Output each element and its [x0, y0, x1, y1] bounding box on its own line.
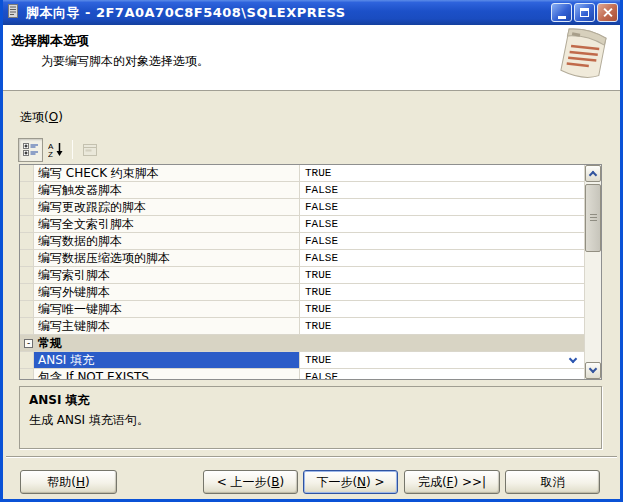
row-indent: [20, 352, 34, 368]
finish-button[interactable]: 完成(F) >>|: [404, 470, 500, 494]
property-name[interactable]: 编写数据的脚本: [34, 233, 300, 249]
property-value[interactable]: FALSE: [300, 233, 584, 249]
minimize-button[interactable]: [551, 3, 572, 22]
categorized-view-icon[interactable]: [18, 138, 43, 162]
property-value[interactable]: TRUE: [300, 165, 584, 181]
options-label: 选项(O): [20, 109, 63, 126]
property-value[interactable]: FALSE: [300, 216, 584, 232]
property-name[interactable]: 包含 If NOT EXISTS: [34, 369, 300, 379]
property-value[interactable]: TRUE: [300, 352, 584, 368]
help-button[interactable]: 帮助(H): [20, 470, 117, 494]
grid-row[interactable]: 编写数据压缩选项的脚本FALSE: [20, 250, 584, 267]
row-indent: [20, 182, 34, 198]
property-value[interactable]: TRUE: [300, 284, 584, 300]
property-name[interactable]: 编写唯一键脚本: [34, 301, 300, 317]
row-indent: [20, 318, 34, 334]
close-button[interactable]: [597, 3, 618, 22]
row-indent: [20, 199, 34, 215]
property-value[interactable]: FALSE: [300, 250, 584, 266]
property-name[interactable]: 编写数据压缩选项的脚本: [34, 250, 300, 266]
property-grid: 编写 CHECK 约束脚本TRUE编写触发器脚本FALSE编写更改跟踪的脚本FA…: [19, 164, 602, 380]
grid-scrollbar[interactable]: [584, 165, 601, 379]
maximize-icon: [580, 8, 589, 17]
property-value[interactable]: FALSE: [300, 369, 584, 379]
property-name[interactable]: 编写更改跟踪的脚本: [34, 199, 300, 215]
row-indent: [20, 369, 34, 379]
grid-row[interactable]: 编写数据的脚本FALSE: [20, 233, 584, 250]
back-button[interactable]: < 上一步(B): [203, 470, 298, 494]
property-pages-icon: [77, 138, 102, 162]
close-icon: [602, 7, 613, 18]
scroll-up-button[interactable]: [585, 165, 601, 182]
chevron-up-icon: [589, 171, 597, 179]
grid-rows: 编写 CHECK 约束脚本TRUE编写触发器脚本FALSE编写更改跟踪的脚本FA…: [20, 165, 584, 379]
dropdown-chevron-icon[interactable]: [569, 355, 577, 363]
cancel-button[interactable]: 取消: [505, 470, 600, 494]
minimize-icon: [558, 16, 566, 19]
toolbar-separator: [72, 140, 73, 159]
grid-category-row[interactable]: -常规: [20, 335, 584, 352]
row-indent: [20, 284, 34, 300]
property-value[interactable]: TRUE: [300, 318, 584, 334]
description-title: ANSI 填充: [29, 392, 592, 409]
property-name[interactable]: 编写触发器脚本: [34, 182, 300, 198]
property-name[interactable]: 编写 CHECK 约束脚本: [34, 165, 300, 181]
property-value[interactable]: TRUE: [300, 301, 584, 317]
property-value[interactable]: TRUE: [300, 267, 584, 283]
page-title: 选择脚本选项: [11, 32, 89, 50]
wizard-header: 选择脚本选项 为要编写脚本的对象选择选项。: [3, 25, 620, 91]
row-indent: [20, 301, 34, 317]
script-wizard-icon: [5, 3, 21, 22]
row-indent: [20, 267, 34, 283]
maximize-button[interactable]: [574, 3, 595, 22]
grid-row[interactable]: 编写外键脚本TRUE: [20, 284, 584, 301]
grid-row[interactable]: 编写索引脚本TRUE: [20, 267, 584, 284]
grid-row[interactable]: ANSI 填充TRUE: [20, 352, 584, 369]
property-name[interactable]: 编写索引脚本: [34, 267, 300, 283]
grid-row[interactable]: 编写 CHECK 约束脚本TRUE: [20, 165, 584, 182]
grid-row[interactable]: 编写全文索引脚本FALSE: [20, 216, 584, 233]
page-subtitle: 为要编写脚本的对象选择选项。: [41, 53, 209, 70]
grid-row[interactable]: 编写唯一键脚本TRUE: [20, 301, 584, 318]
property-value[interactable]: FALSE: [300, 199, 584, 215]
alphabetical-sort-icon[interactable]: A Z: [43, 138, 68, 162]
category-label: 常规: [38, 335, 62, 351]
description-panel: ANSI 填充 生成 ANSI 填充语句。: [19, 386, 602, 449]
row-indent: [20, 216, 34, 232]
property-name[interactable]: 编写主键脚本: [34, 318, 300, 334]
row-indent: [20, 165, 34, 181]
row-indent: [20, 250, 34, 266]
row-indent: [20, 233, 34, 249]
property-name[interactable]: 编写外键脚本: [34, 284, 300, 300]
grid-row[interactable]: 编写主键脚本TRUE: [20, 318, 584, 335]
property-name[interactable]: 编写全文索引脚本: [34, 216, 300, 232]
property-value[interactable]: FALSE: [300, 182, 584, 198]
grid-row[interactable]: 编写更改跟踪的脚本FALSE: [20, 199, 584, 216]
separator-line: [6, 456, 617, 458]
scroll-down-button[interactable]: [585, 362, 601, 379]
property-grid-toolbar: A Z: [18, 137, 102, 162]
property-name[interactable]: ANSI 填充: [34, 352, 300, 368]
collapse-minus-icon[interactable]: -: [24, 339, 33, 348]
description-text: 生成 ANSI 填充语句。: [29, 412, 592, 429]
scrollbar-thumb[interactable]: [585, 184, 601, 252]
grid-row[interactable]: 包含 If NOT EXISTSFALSE: [20, 369, 584, 379]
svg-text:Z: Z: [48, 150, 53, 157]
next-button[interactable]: 下一步(N) >: [303, 470, 398, 494]
title-bar[interactable]: 脚本向导 - 2F7A0A70C8F5408\SQLEXPRESS: [0, 0, 623, 25]
script-wizard-window: 脚本向导 - 2F7A0A70C8F5408\SQLEXPRESS 选择脚本选项…: [0, 0, 623, 502]
chevron-down-icon: [589, 365, 597, 373]
grid-row[interactable]: 编写触发器脚本FALSE: [20, 182, 584, 199]
window-title: 脚本向导 - 2F7A0A70C8F5408\SQLEXPRESS: [26, 4, 346, 22]
scroll-graphic: [547, 27, 617, 89]
